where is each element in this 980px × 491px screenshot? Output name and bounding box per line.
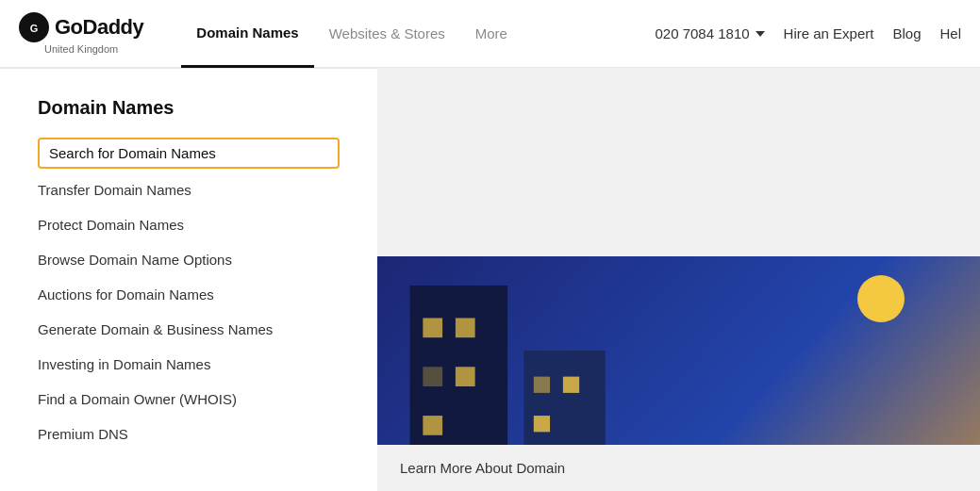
godaddy-logo-icon: G xyxy=(19,12,49,42)
dropdown-menu: Domain Names Search for Domain Names Tra… xyxy=(0,68,377,491)
promo-label[interactable]: Learn More About Domain xyxy=(377,445,588,491)
svg-text:G: G xyxy=(30,23,39,34)
dropdown-overlay: Domain Names Search for Domain Names Tra… xyxy=(0,68,980,491)
nav-item-more[interactable]: More xyxy=(460,0,523,68)
logo-area[interactable]: G GoDaddy United Kingdom xyxy=(19,12,143,55)
help-link[interactable]: Hel xyxy=(939,25,961,41)
phone-number: 020 7084 1810 xyxy=(655,25,749,41)
svg-text:www: www xyxy=(736,404,980,445)
promo-image: www xyxy=(377,256,980,445)
blog-link[interactable]: Blog xyxy=(892,25,921,41)
dropdown-link-investing[interactable]: Investing in Domain Names xyxy=(38,347,340,382)
svg-rect-6 xyxy=(423,318,442,337)
dropdown-link-protect[interactable]: Protect Domain Names xyxy=(38,207,340,242)
dropdown-link-search-domain[interactable]: Search for Domain Names xyxy=(38,138,340,169)
phone-area[interactable]: 020 7084 1810 xyxy=(655,25,764,41)
nav-item-domain-names[interactable]: Domain Names xyxy=(181,0,313,68)
svg-rect-8 xyxy=(423,367,442,386)
dropdown-link-generate[interactable]: Generate Domain & Business Names xyxy=(38,312,340,347)
hire-expert-link[interactable]: Hire an Expert xyxy=(784,25,874,41)
header-right: 020 7084 1810 Hire an Expert Blog Hel xyxy=(655,25,961,41)
moon-decoration xyxy=(857,275,905,322)
logo-subtitle: United Kingdom xyxy=(44,43,118,55)
svg-rect-10 xyxy=(423,416,442,435)
dropdown-link-auctions[interactable]: Auctions for Domain Names xyxy=(38,277,340,312)
svg-rect-14 xyxy=(534,416,550,432)
dropdown-link-browse[interactable]: Browse Domain Name Options xyxy=(38,242,340,277)
nav-item-websites-stores[interactable]: Websites & Stores xyxy=(314,0,460,68)
dropdown-promo-panel: www Learn More About Domain xyxy=(377,68,980,491)
svg-rect-12 xyxy=(534,377,550,393)
dropdown-link-premium-dns[interactable]: Premium DNS xyxy=(38,417,340,451)
logo-image: G GoDaddy xyxy=(19,12,143,42)
dropdown-link-transfer[interactable]: Transfer Domain Names xyxy=(38,172,340,207)
svg-rect-13 xyxy=(563,377,579,393)
dropdown-title: Domain Names xyxy=(38,97,340,119)
phone-chevron-down-icon xyxy=(756,31,765,37)
svg-rect-9 xyxy=(456,367,475,386)
main-nav: Domain Names Websites & Stores More xyxy=(181,0,655,68)
header: G GoDaddy United Kingdom Domain Names We… xyxy=(0,0,980,68)
logo-brand-name: GoDaddy xyxy=(55,15,143,40)
svg-rect-7 xyxy=(456,318,475,337)
dropdown-link-whois[interactable]: Find a Domain Owner (WHOIS) xyxy=(38,382,340,417)
